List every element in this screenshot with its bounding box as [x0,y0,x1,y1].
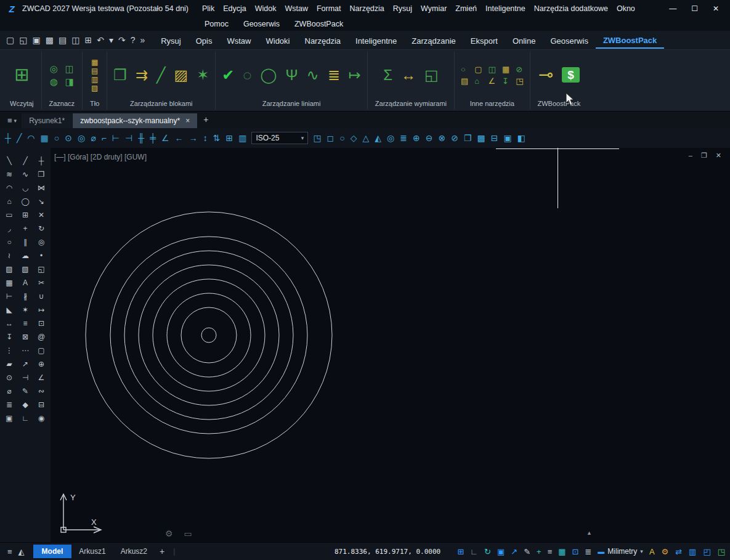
circle-center-icon[interactable]: ○ [54,133,59,143]
intersect-icon[interactable]: ⊗ [438,133,445,143]
menu-zmień[interactable]: Zmień [455,4,477,13]
viewport-settings-gear-icon[interactable]: ⚙ [165,529,173,538]
load-boostpack-icon[interactable]: ⊞ [14,66,29,84]
union-icon[interactable]: ⊕ [413,133,420,143]
strike-tool-icon[interactable]: ⊘ [516,65,523,73]
dim-text-icon[interactable]: ▥ [238,133,246,143]
ribbon-tab-geoserwis[interactable]: Geoserwis [543,33,595,48]
divide-tool-icon[interactable]: ⋮ [1,344,17,357]
scale-tool-icon[interactable]: ↘ [33,195,49,208]
table-tool-icon[interactable]: ▤ [461,77,468,85]
undo-history-caret-icon[interactable]: ▾ [109,35,113,45]
dim-arrow-right-icon[interactable]: → [189,133,198,143]
background-hatch-icon[interactable]: ▨ [91,84,98,92]
select-by-layer-icon[interactable]: ◨ [65,77,74,86]
menu-widok[interactable]: Widok [255,4,277,13]
edit-spline-tool-icon[interactable]: ∾ [33,384,49,398]
menu-narzędzia-dodatkowe[interactable]: Narzędzia dodatkowe [534,4,608,13]
circle-2point-icon[interactable]: ◎ [78,133,85,143]
menu-wymiar[interactable]: Wymiar [421,4,447,13]
text-tool-icon[interactable]: A [17,276,33,290]
split-view-tool-icon[interactable]: ◫ [489,65,496,73]
gradient-tool-icon[interactable]: ▧ [17,262,33,276]
region-tool-icon[interactable]: ◱ [33,262,49,276]
join-tool-icon[interactable]: ∪ [33,290,49,303]
open-file-icon[interactable]: ◱ [19,35,27,45]
view-cube-icon[interactable]: ◳ [313,133,321,143]
ribbon-tab-online[interactable]: Online [505,33,543,48]
dashed-circle-icon[interactable]: ◯ [261,68,277,83]
corner-tool-icon[interactable]: ◳ [516,77,523,85]
align-tool-icon[interactable]: ≡ [17,317,33,330]
ellipse-tool-icon[interactable]: ◯ [17,195,33,208]
menu-okno[interactable]: Okno [617,4,635,13]
menu-rysuj[interactable]: Rysuj [393,4,412,13]
minimize-button[interactable]: — [669,4,676,13]
group-tool-icon[interactable]: ▣ [1,412,17,425]
write-block-tool-icon[interactable]: ⊠ [17,330,33,344]
close-tab-icon[interactable]: × [185,116,190,125]
extend-tool-icon[interactable]: ⊢ [1,290,17,303]
ribbon-tab-inteligentne[interactable]: Inteligentne [348,33,404,48]
insert-block-tool-icon[interactable]: ↧ [1,330,17,344]
grid-tool-icon[interactable]: ▦ [502,65,509,73]
ribbon-tab-opis[interactable]: Opis [189,33,220,48]
dim-swap-icon[interactable]: ⇅ [213,133,221,143]
dim-edit-icon[interactable]: ⊞ [225,133,233,143]
dim-angular-icon[interactable]: ∠ [161,133,169,143]
ribbon-tab-eksport[interactable]: Eksport [463,33,505,48]
line-tool-icon[interactable]: ╲ [1,154,17,168]
arc-tool-icon[interactable]: ◠ [27,133,34,143]
chamfer-tool-icon[interactable]: ◣ [1,303,17,317]
dim-vertical-icon[interactable]: ╫ [138,133,144,143]
wave-lines-icon[interactable]: ∿ [307,68,319,83]
ribbon-tab-zwboostpack[interactable]: ZWBoostPack [596,32,664,49]
spline-tool-icon[interactable]: ≀ [1,249,17,262]
xref-attach-icon[interactable]: ❐ [464,133,472,143]
table-tool-icon[interactable]: ▦ [1,276,17,290]
layout-tab-arkusz2[interactable]: Arkusz2 [113,545,155,558]
dashed-rect-icon[interactable]: ◌ [243,68,251,83]
verify-lines-icon[interactable]: ✔ [222,68,234,83]
home-tool-icon[interactable]: ⌂ [474,77,482,85]
erase-tool-icon[interactable]: ✕ [33,208,49,222]
view-sphere-icon[interactable]: ○ [339,133,344,143]
snap-toggle[interactable]: + [537,547,541,556]
menu-geoserwis[interactable]: Geoserwis [243,20,280,28]
hatch-block-icon[interactable]: ▨ [174,68,188,83]
sum-dimensions-icon[interactable]: Σ [383,68,392,83]
revision-cloud-tool-icon[interactable]: ☁ [17,249,33,262]
maximize-button[interactable]: ☐ [691,4,698,13]
polygon-tool-icon[interactable]: ⌂ [1,195,17,208]
offset-tool-icon[interactable]: ∥ [17,235,33,249]
grid-toggle[interactable]: ⊞ [457,547,464,556]
menu-inteligentne[interactable]: Inteligentne [485,4,525,13]
polyline-tool-icon[interactable]: ∿ [17,168,33,181]
circle-radius-icon[interactable]: ⊙ [65,133,72,143]
view-wedge-icon[interactable]: ◇ [351,133,357,143]
copy-block-icon[interactable]: ⇉ [136,68,148,83]
image-attach-icon[interactable]: ▩ [477,133,485,143]
license-key-icon[interactable]: ⊸ [538,66,553,84]
hatch-tool-icon[interactable]: ▨ [1,262,17,276]
orbit-toggle[interactable]: ↻ [484,547,491,556]
grid-snap-icon[interactable]: ▦ [41,133,49,143]
select-by-color-icon[interactable]: ◍ [50,77,58,86]
wipeout-tool-icon[interactable]: ▰ [1,357,17,371]
extend-line-icon[interactable]: ↦ [349,68,361,83]
ribbon-tab-wstaw[interactable]: Wstaw [219,33,258,48]
sheet-set-icon[interactable]: ◧ [517,133,525,143]
plot-icon[interactable]: ⊞ [84,35,92,45]
block-tool-icon[interactable]: ⊡ [33,317,49,330]
mirror-tool-icon[interactable]: ⋈ [33,181,49,195]
multiline-tool-icon[interactable]: ≋ [1,168,17,181]
rotate-tool-icon[interactable]: ↻ [33,222,49,235]
dim-radius-tool-icon[interactable]: ⌀ [1,384,17,398]
more-commands-icon[interactable]: » [140,35,145,45]
quick-properties-toggle[interactable]: ⊡ [572,547,579,556]
merge-vertical-lines-icon[interactable]: Ψ [285,68,298,83]
view-cone-icon[interactable]: △ [362,133,369,143]
dim-continue-icon[interactable]: ⊣ [125,133,132,143]
viewport-toggle[interactable]: ▣ [497,547,505,556]
ucs-tool-icon[interactable]: ∟ [17,412,33,425]
